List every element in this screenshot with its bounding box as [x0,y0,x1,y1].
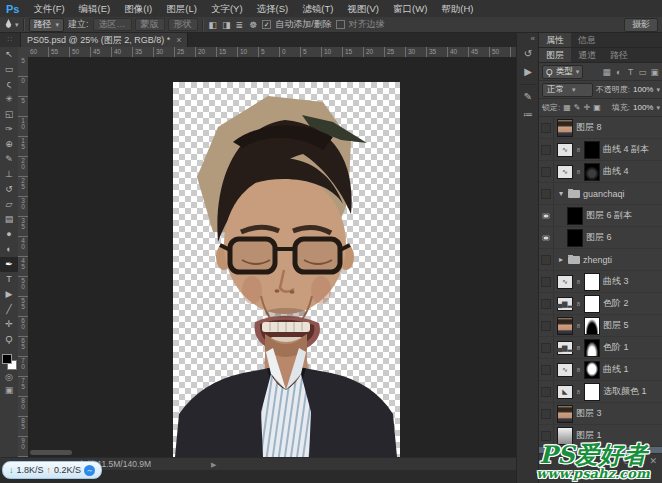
eyedropper-tool[interactable]: ✑ [0,122,18,137]
filter-adjustment-icon[interactable]: ◐ [613,67,624,77]
curves-adjustment-icon[interactable]: ∿ [557,165,573,179]
brush-tool[interactable]: ✎ [0,152,18,167]
pen-tool[interactable]: ✒ [0,257,18,272]
visibility-toggle[interactable] [539,359,554,380]
layer-thumbnail[interactable] [557,317,573,335]
path-arrange-icon[interactable]: ≣ [235,20,245,30]
make-button-1[interactable]: 蒙版 [135,18,165,31]
move-tool[interactable]: ↖ [0,47,18,62]
panel-grip[interactable]: ∷ [0,33,21,47]
marquee-tool[interactable]: ▭ [0,62,18,77]
layer-thumbnail[interactable] [567,229,583,247]
pen-preset-button[interactable]: ▾ [4,19,19,30]
menu-item-filter[interactable]: 滤镜(T) [295,0,340,17]
lock-transparency-icon[interactable]: ▦ [563,103,571,112]
layer-row[interactable]: ▄▆▂8色阶 2 [539,293,662,315]
auto-add-checkbox[interactable]: ✓ [262,20,271,29]
mask-thumbnail[interactable] [584,141,600,159]
zoom-tool[interactable]: Ϙ [0,332,18,347]
history-panel-icon[interactable]: ↺ [518,45,538,63]
healing-brush-tool[interactable]: ⊕ [0,137,18,152]
gradient-tool[interactable]: ▤ [0,212,18,227]
menu-item-image[interactable]: 图像(I) [117,0,159,17]
menu-item-window[interactable]: 窗口(W) [386,0,434,17]
lock-paint-icon[interactable]: ✎ [574,103,581,112]
tab-properties[interactable]: 属性 [539,33,571,47]
lasso-tool[interactable]: ς [0,77,18,92]
tab-layers[interactable]: 图层 [539,48,571,62]
filter-kind-select[interactable]: Ϙ 类型 ▾ [542,65,583,79]
crop-tool[interactable]: ◱ [0,107,18,122]
filter-pixel-icon[interactable]: ▦ [601,67,612,77]
mask-thumbnail[interactable] [584,295,600,313]
lock-position-icon[interactable]: ✛ [584,103,591,112]
layer-row[interactable]: ∿8曲线 4 [539,161,662,183]
align-edges-checkbox[interactable] [336,20,345,29]
brush-presets-panel-icon[interactable]: ✎ [518,88,538,106]
menu-item-view[interactable]: 视图(V) [340,0,386,17]
opacity-value[interactable]: 100% [633,85,653,94]
quick-mask-button[interactable]: ◎ [0,371,18,384]
levels-adjustment-icon[interactable]: ▄▆▂ [557,297,573,311]
make-button-0[interactable]: 选区… [93,18,132,31]
layer-row[interactable]: 图层 6 [539,227,662,249]
actions-panel-icon[interactable]: ▶ [518,63,538,81]
foreground-color-swatch[interactable] [2,354,12,364]
menu-item-select[interactable]: 选择(S) [250,0,296,17]
layer-row[interactable]: ▾guanchaqi [539,183,662,205]
mask-thumbnail[interactable] [584,317,600,335]
visibility-toggle[interactable] [539,337,554,358]
canvas-pasteboard[interactable] [28,57,516,457]
curves-adjustment-icon[interactable]: ∿ [557,363,573,377]
visibility-toggle[interactable] [539,161,554,182]
path-select-tool[interactable]: ▶ [0,287,18,302]
tab-info[interactable]: 信息 [571,33,603,47]
menu-item-layer[interactable]: 图层(L) [159,0,204,17]
fill-value[interactable]: 100% [633,103,653,112]
layer-row[interactable]: ▸zhengti [539,249,662,271]
menu-item-type[interactable]: 文字(Y) [204,0,250,17]
type-tool[interactable]: T [0,272,18,287]
visibility-toggle[interactable] [539,117,554,138]
layer-thumbnail[interactable] [567,207,583,225]
clone-source-panel-icon[interactable]: ≔ [518,106,538,124]
visibility-toggle[interactable] [539,403,554,424]
workspace-button[interactable]: 摄影 [624,18,658,32]
mask-thumbnail[interactable] [584,361,600,379]
visibility-toggle[interactable] [539,381,554,402]
menu-item-edit[interactable]: 编辑(E) [72,0,118,17]
blur-tool[interactable]: ● [0,227,18,242]
visibility-toggle[interactable] [539,271,554,292]
clone-stamp-tool[interactable]: ⊥ [0,167,18,182]
chevron-down-icon[interactable]: ▾ [656,104,660,112]
path-alignment-icon[interactable]: ◨ [221,20,232,30]
visibility-toggle[interactable] [539,293,554,314]
filter-type-icon[interactable]: T [625,67,636,77]
tab-channels[interactable]: 通道 [571,48,603,62]
visibility-toggle[interactable] [539,205,554,226]
curves-adjustment-icon[interactable]: ∿ [557,275,573,289]
group-open-icon[interactable]: ▾ [557,189,565,198]
path-operations-icon[interactable]: ◧ [208,20,219,30]
document-tab[interactable]: PS05.psd @ 25% (图层 2, RGB/8) * × [21,33,188,47]
visibility-toggle[interactable] [539,139,554,160]
layer-row[interactable]: ∿8曲线 1 [539,359,662,381]
filter-shape-icon[interactable]: ▭ [637,67,648,77]
visibility-toggle[interactable] [539,315,554,336]
dodge-tool[interactable]: ◐ [0,242,18,257]
blend-mode-select[interactable]: 正常 ▾ [542,83,593,97]
transparent-canvas[interactable] [173,82,400,457]
hand-tool[interactable]: ✛ [0,317,18,332]
tool-mode-select[interactable]: 路径 ▾ [29,18,65,32]
group-closed-icon[interactable]: ▸ [557,255,565,264]
layer-row[interactable]: ◣8选取颜色 1 [539,381,662,403]
menu-item-help[interactable]: 帮助(H) [434,0,480,17]
tab-paths[interactable]: 路径 [603,48,635,62]
visibility-toggle[interactable] [539,249,554,270]
gear-icon[interactable]: ☸ [248,20,258,30]
menu-item-file[interactable]: 文件(F) [26,0,71,17]
layer-thumbnail[interactable] [557,405,573,423]
layer-row[interactable]: 8图层 5 [539,315,662,337]
selective-adjustment-icon[interactable]: ◣ [557,385,573,399]
chevron-down-icon[interactable]: ▾ [656,86,660,94]
